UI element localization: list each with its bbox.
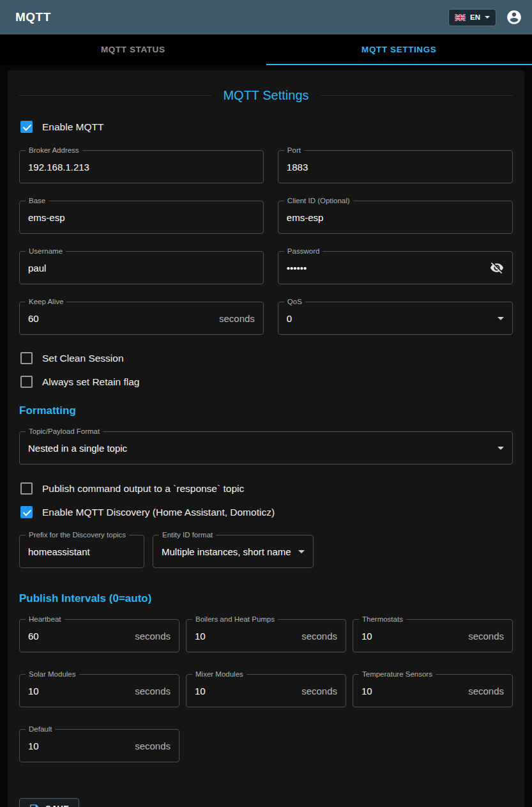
settings-card: MQTT Settings Enable MQTT Broker Address… <box>8 70 524 807</box>
client-id-label: Client ID (Optional) <box>284 197 353 205</box>
qos-select[interactable]: QoS 0 <box>278 302 513 335</box>
formatting-header: Formatting <box>19 404 513 417</box>
save-icon <box>29 803 40 807</box>
account-circle-icon <box>506 9 522 26</box>
tab-mqtt-settings[interactable]: MQTT SETTINGS <box>266 35 532 65</box>
thermostats-input[interactable] <box>353 631 512 642</box>
qos-value: 0 <box>278 313 512 324</box>
mqtt-discovery-checkbox[interactable] <box>20 506 33 518</box>
mixer-modules-input[interactable] <box>186 686 346 696</box>
temperature-sensors-label: Temperature Sensors <box>359 670 436 679</box>
boilers-label: Boilers and Heat Pumps <box>192 615 278 624</box>
language-button[interactable]: EN <box>448 9 496 26</box>
topic-format-label: Topic/Payload Format <box>26 427 103 436</box>
mixer-modules-label: Mixer Modules <box>192 670 247 679</box>
tab-mqtt-status[interactable]: MQTT STATUS <box>0 35 266 65</box>
toggle-password-visibility-button[interactable] <box>488 259 506 277</box>
publish-response-row[interactable]: Publish command output to a `response` t… <box>20 482 513 495</box>
publish-response-checkbox[interactable] <box>20 482 33 495</box>
username-input[interactable] <box>20 263 263 273</box>
language-label: EN <box>470 13 480 21</box>
page-title-row: MQTT Settings <box>19 88 513 103</box>
retain-flag-checkbox[interactable] <box>20 376 33 388</box>
password-label: Password <box>284 247 323 256</box>
temperature-sensors-input[interactable] <box>353 686 512 696</box>
heartbeat-field: Heartbeat seconds <box>19 619 179 652</box>
topic-format-value: Nested in a single topic <box>20 443 512 454</box>
mixer-modules-field: Mixer Modules seconds <box>186 674 346 707</box>
discovery-prefix-input[interactable] <box>20 546 144 557</box>
discovery-prefix-label: Prefix for the Discovery topics <box>26 531 129 539</box>
qos-label: QoS <box>284 298 305 306</box>
enable-mqtt-checkbox[interactable] <box>20 121 33 133</box>
client-id-field: Client ID (Optional) <box>278 201 513 234</box>
base-field: Base <box>19 201 264 234</box>
discovery-prefix-field: Prefix for the Discovery topics <box>19 535 144 568</box>
boilers-field: Boilers and Heat Pumps seconds <box>186 619 346 652</box>
thermostats-label: Thermostats <box>359 615 406 624</box>
chevron-down-icon <box>498 447 504 450</box>
entity-id-format-select[interactable]: Entity ID format Multiple instances, sho… <box>153 535 314 568</box>
default-interval-input[interactable] <box>20 741 179 751</box>
port-input[interactable] <box>278 162 512 173</box>
default-interval-field: Default seconds <box>19 729 179 762</box>
username-field: Username <box>19 251 264 284</box>
retain-flag-label: Always set Retain flag <box>42 376 140 388</box>
clean-session-label: Set Clean Session <box>42 353 124 364</box>
retain-flag-row[interactable]: Always set Retain flag <box>20 376 513 388</box>
port-field: Port <box>278 150 513 183</box>
mqtt-discovery-label: Enable MQTT Discovery (Home Assistant, D… <box>42 507 275 518</box>
temperature-sensors-field: Temperature Sensors seconds <box>353 674 513 707</box>
intervals-grid: Heartbeat seconds Boilers and Heat Pumps… <box>19 619 513 762</box>
broker-address-label: Broker Address <box>26 146 82 155</box>
port-label: Port <box>284 146 304 155</box>
divider <box>19 95 211 96</box>
client-id-input[interactable] <box>278 212 512 223</box>
clean-session-checkbox[interactable] <box>20 352 33 364</box>
publish-response-label: Publish command output to a `response` t… <box>42 483 244 495</box>
chevron-down-icon <box>298 550 305 553</box>
chevron-down-icon <box>485 16 490 19</box>
keep-alive-input[interactable] <box>20 313 263 324</box>
heartbeat-input[interactable] <box>20 631 179 642</box>
page-title: MQTT Settings <box>223 88 308 103</box>
boilers-input[interactable] <box>186 631 346 642</box>
tab-bar: MQTT STATUS MQTT SETTINGS <box>0 35 532 65</box>
solar-modules-field: Solar Modules seconds <box>19 674 179 707</box>
visibility-off-icon <box>490 261 504 275</box>
default-interval-label: Default <box>26 725 55 734</box>
save-button-label: SAVE <box>45 804 70 807</box>
enable-mqtt-row[interactable]: Enable MQTT <box>20 121 513 133</box>
mqtt-discovery-row[interactable]: Enable MQTT Discovery (Home Assistant, D… <box>20 506 513 518</box>
app-bar: MQTT EN <box>0 0 532 35</box>
heartbeat-label: Heartbeat <box>26 615 65 624</box>
uk-flag-icon <box>455 14 466 21</box>
topic-format-select[interactable]: Topic/Payload Format Nested in a single … <box>19 431 513 465</box>
publish-intervals-header: Publish Intervals (0=auto) <box>19 592 513 605</box>
keep-alive-label: Keep Alive <box>26 298 66 306</box>
entity-id-format-value: Multiple instances, short name <box>153 546 313 557</box>
app-title: MQTT <box>15 10 448 24</box>
broker-address-field: Broker Address <box>19 150 264 183</box>
chevron-down-icon <box>498 317 504 320</box>
entity-id-format-label: Entity ID format <box>159 531 216 539</box>
base-input[interactable] <box>20 212 263 223</box>
base-label: Base <box>26 197 49 205</box>
solar-modules-input[interactable] <box>20 686 179 696</box>
save-button[interactable]: SAVE <box>19 798 79 807</box>
enable-mqtt-label: Enable MQTT <box>42 121 103 133</box>
thermostats-field: Thermostats seconds <box>353 619 513 652</box>
account-button[interactable] <box>505 8 523 26</box>
solar-modules-label: Solar Modules <box>26 670 79 679</box>
keep-alive-field: Keep Alive seconds <box>19 302 264 335</box>
password-field: Password <box>278 251 513 284</box>
broker-address-input[interactable] <box>20 162 263 173</box>
password-input[interactable] <box>278 263 512 273</box>
clean-session-row[interactable]: Set Clean Session <box>20 352 513 364</box>
divider <box>321 95 513 96</box>
username-label: Username <box>26 247 66 256</box>
